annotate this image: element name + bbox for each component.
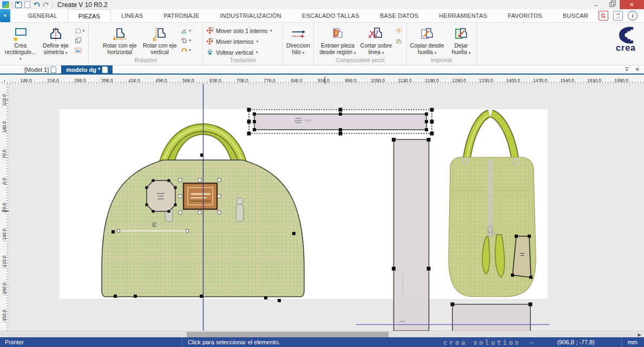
- rotate-triangle-icon: [181, 28, 188, 34]
- mover-internos-button[interactable]: Mover internos ▾: [206, 37, 279, 46]
- ruler-label: 350.0: [94, 78, 121, 83]
- ribbon-tab[interactable]: LINEAS: [111, 9, 153, 22]
- group-direccion-hilo: Direccion hilo ▾: [283, 23, 314, 65]
- move-cross-icon: [206, 27, 213, 34]
- dropdown-caret: ▾: [435, 51, 437, 55]
- rotate-free-button[interactable]: ▾: [181, 27, 191, 35]
- units-label: mm: [622, 339, 644, 345]
- extraer-pieza-button[interactable]: Extraer pieza desde región ▾: [317, 24, 359, 56]
- close-button[interactable]: ✕: [620, 0, 644, 9]
- close-document-icon[interactable]: ✕: [635, 66, 640, 72]
- dropdown-caret: ▾: [303, 51, 305, 55]
- direccion-hilo-button[interactable]: Direccion hilo ▾: [283, 24, 313, 56]
- undo-icon[interactable]: [33, 2, 40, 8]
- doc-tab-model1[interactable]: [Model 1]: [19, 65, 61, 74]
- group-label: Impronte: [407, 57, 476, 63]
- mover-solo-interno-button[interactable]: Mover solo 1 interno ▾: [206, 26, 279, 35]
- ribbon-tab[interactable]: PATRONAJE: [153, 9, 209, 22]
- rotate-horizontal-axis-icon: [112, 25, 127, 43]
- dejar-huella-button[interactable]: Dejar huella ▾: [446, 24, 476, 56]
- ruler-label: 560.0: [175, 78, 202, 83]
- ribbon-tab-row: ▼ GENERALPIEZASLINEASPATRONAJEINDUSTRIAL…: [0, 9, 644, 23]
- ruler-label: 1260.0: [445, 78, 472, 83]
- ruler-label: 1610.0: [581, 78, 608, 83]
- nest-pieces-icon: [75, 47, 82, 54]
- ribbon-tab[interactable]: BUSCAR: [553, 9, 599, 22]
- dashed-shape-button[interactable]: ▾: [75, 27, 85, 35]
- doc-tab-modelo-dg[interactable]: modelo dg *: [61, 65, 113, 74]
- group-label: Composizione pezzi: [314, 57, 406, 63]
- ribbon-corner-icons: G All +x i: [599, 9, 644, 22]
- ribbon-tab[interactable]: ESCALADO TALLAS: [292, 9, 370, 22]
- dropdown-caret: ▾: [354, 51, 356, 55]
- guide-icon[interactable]: G: [599, 11, 608, 21]
- translate-icon[interactable]: All +x: [613, 11, 623, 21]
- ribbon-tabs: GENERALPIEZASLINEASPATRONAJEINDUSTRIALIZ…: [18, 9, 599, 22]
- rotate-circular-arrow-icon: [181, 47, 188, 54]
- status-mode: Pointer: [0, 339, 182, 345]
- quick-access-toolbar: [0, 1, 53, 8]
- diamond-plus-icon: [395, 28, 403, 34]
- voltear-vertical-button[interactable]: Voltear vertical ▾: [206, 48, 279, 57]
- rotar-eje-vertical-button[interactable]: Rotar con eje vertical: [140, 24, 179, 55]
- ribbon-tab[interactable]: HERRAMIENTAS: [429, 9, 497, 22]
- canvas-svg: [9, 84, 644, 331]
- ribbon-tab[interactable]: PIEZAS: [68, 9, 111, 22]
- pattern-piece-label-plate[interactable]: [179, 178, 221, 214]
- save-icon[interactable]: [15, 2, 22, 8]
- info-icon[interactable]: i: [628, 11, 638, 21]
- copiar-desde-huella-button[interactable]: Copiar desde huella ▾: [408, 24, 446, 56]
- restore-button[interactable]: [604, 0, 620, 9]
- rotate-angle-button[interactable]: ▾: [181, 46, 191, 54]
- minimize-button[interactable]: –: [588, 0, 604, 9]
- ruler-label: 140.0: [12, 78, 40, 83]
- copy-shapes-button[interactable]: [75, 37, 85, 44]
- dropdown-caret: ▾: [19, 57, 22, 61]
- pattern-piece-octagon-tag[interactable]: [146, 179, 177, 213]
- ruler-label: 770.0: [256, 78, 283, 83]
- dashed-shape-icon: [75, 28, 82, 34]
- ruler-label: 1400.0: [500, 78, 527, 83]
- crea-logo: crea: [604, 25, 639, 57]
- ribbon-tab[interactable]: BASE DATOS: [370, 9, 429, 22]
- composizione-mini-buttons: [393, 24, 404, 44]
- leave-footprint-icon: [454, 25, 469, 43]
- define-eje-simetria-button[interactable]: Define eje simetría ▾: [38, 24, 73, 56]
- rotar-eje-horizontal-button[interactable]: Rotar con eje horizontal: [99, 24, 140, 55]
- dropdown-caret: ▾: [189, 38, 191, 43]
- drawing-canvas[interactable]: [9, 84, 644, 331]
- redo-icon[interactable]: [43, 2, 50, 8]
- dropdown-caret: ▾: [270, 29, 272, 33]
- scrollbar-thumb[interactable]: [187, 332, 389, 337]
- document-icon[interactable]: [24, 1, 30, 8]
- file-menu-button[interactable]: ▼: [0, 9, 10, 22]
- app-icon: [2, 1, 9, 8]
- add-notch-button[interactable]: [395, 27, 403, 35]
- ruler-label: 1120.0: [391, 78, 418, 83]
- pattern-piece-vertical-strip[interactable]: [392, 138, 431, 331]
- ruler-label: 840.0: [283, 78, 310, 83]
- separator: [52, 2, 53, 8]
- crea-rectangulo-button[interactable]: Crea rectángulo... ▾: [3, 24, 38, 62]
- ruler-label: -140.0: [0, 222, 9, 249]
- cortar-sobre-linea-button[interactable]: Cortar sobre linea ▾: [359, 24, 393, 56]
- ribbon-tab[interactable]: FAVORITOS: [497, 9, 553, 22]
- crea-solution-logo: crea solution: [443, 338, 521, 346]
- ruler-cursor-x: [325, 77, 325, 84]
- ribbon-tab[interactable]: INDUSTRIALIZACIÒN: [210, 9, 292, 22]
- ruler-label: -280.0: [0, 276, 9, 303]
- nest-pieces-button[interactable]: [75, 46, 85, 54]
- tab-overflow-icon[interactable]: ▼: [625, 68, 629, 71]
- ruler-label: -350.0: [0, 303, 9, 330]
- ruler-label: 980.0: [337, 78, 364, 83]
- ruler-label: -70.0: [0, 195, 9, 222]
- dropdown-caret: ▾: [469, 51, 471, 55]
- ribbon-tab[interactable]: GENERAL: [18, 9, 68, 22]
- pattern-piece-bottom-rectangle[interactable]: [451, 303, 533, 331]
- pattern-piece-top-rectangle[interactable]: [253, 112, 428, 131]
- rotate-shape-button[interactable]: ▾: [181, 37, 191, 44]
- window-title: Create V 10 R0.2: [57, 1, 108, 9]
- flip-vertical-icon: [206, 49, 213, 56]
- piece-arrow-button[interactable]: [395, 37, 403, 44]
- horizontal-ruler-labels: 140.0210.0280.0350.0420.0490.0560.0630.0…: [0, 75, 644, 84]
